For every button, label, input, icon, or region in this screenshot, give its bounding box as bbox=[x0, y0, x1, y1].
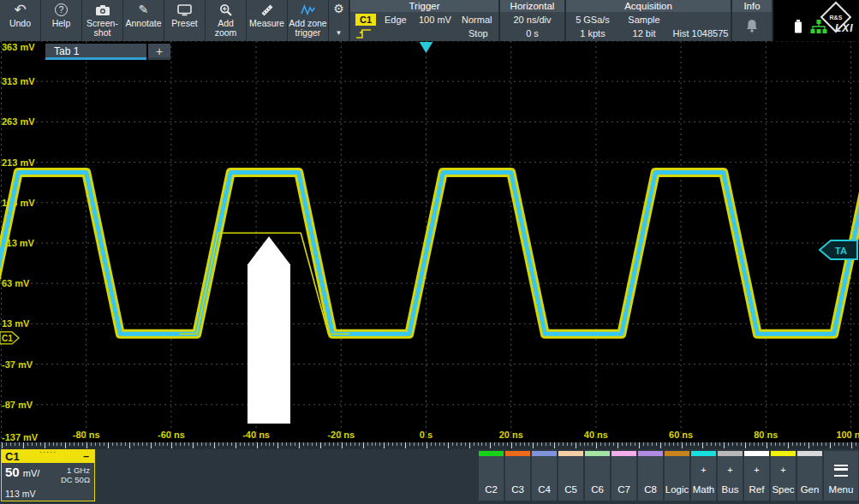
screenshot-label: Screen- shot bbox=[86, 19, 118, 38]
annotate-button[interactable]: ✎Annotate bbox=[123, 0, 164, 41]
button-gen[interactable]: Gen bbox=[797, 451, 822, 501]
record-length: 1 kpts bbox=[566, 28, 619, 39]
math-color-strip bbox=[691, 451, 716, 456]
tab-1[interactable]: Tab 1 bbox=[45, 44, 146, 60]
sample-rate: 5 GSa/s bbox=[566, 15, 619, 25]
button-c7[interactable]: C7 bbox=[611, 451, 636, 501]
acquisition-mode: Sample bbox=[619, 15, 669, 25]
c3-color-strip bbox=[505, 451, 530, 456]
waveform-display[interactable]: 363 mV313 mV263 mV213 mV163 mV113 mV63 m… bbox=[0, 41, 859, 442]
voltage-label: -87 mV bbox=[2, 400, 33, 410]
trigger-level: 100 mV bbox=[419, 15, 451, 25]
time-label: 100 ns bbox=[836, 430, 859, 440]
channel-c1-panel[interactable]: C1 ····· – 50 mV/ 1 GHz DC 50Ω 113 mV bbox=[1, 449, 95, 501]
gen-label: Gen bbox=[797, 484, 822, 495]
annotate-label: Annotate bbox=[125, 19, 161, 28]
ref-color-strip bbox=[744, 451, 769, 456]
oscilloscope-app: ↶Undo?HelpScreen- shot✎AnnotatePresetAdd… bbox=[0, 0, 859, 504]
c5-color-strip bbox=[558, 451, 583, 456]
undo-label: Undo bbox=[9, 19, 31, 28]
channel-c1-minimize-button[interactable]: – bbox=[83, 450, 89, 462]
c7-color-strip bbox=[611, 451, 636, 456]
button-spec[interactable]: +Spec bbox=[771, 451, 796, 501]
help-label: Help bbox=[52, 19, 71, 28]
voltage-label: 213 mV bbox=[2, 157, 35, 168]
time-label: 0 s bbox=[420, 430, 432, 440]
menu-label: Menu bbox=[824, 484, 858, 495]
trigger-position-marker[interactable] bbox=[420, 42, 433, 53]
toolbar-settings-column: ⚙ ▼ bbox=[329, 0, 350, 41]
battery-icon bbox=[794, 20, 802, 37]
channel-c1-name: C1 bbox=[5, 450, 20, 463]
trigger-section[interactable]: Trigger C1 Edge 100 mV Normal Stop bbox=[350, 0, 500, 41]
undo-icon: ↶ bbox=[14, 3, 26, 17]
button-c5[interactable]: C5 bbox=[558, 451, 583, 501]
button-c2[interactable]: C2 bbox=[479, 451, 504, 501]
logic-color-strip bbox=[665, 451, 689, 456]
button-c8[interactable]: C8 bbox=[638, 451, 663, 501]
ruler-icon bbox=[260, 3, 274, 17]
time-label: -40 ns bbox=[242, 430, 270, 440]
voltage-label: 63 mV bbox=[2, 278, 30, 288]
time-label: 40 ns bbox=[584, 430, 608, 440]
time-label: 60 ns bbox=[669, 430, 693, 440]
camera-icon bbox=[95, 3, 110, 17]
horizontal-section[interactable]: Horizontal 20 ns/div 0 s bbox=[500, 0, 566, 41]
c7-label: C7 bbox=[611, 484, 636, 495]
tab-bar: Tab 1 + bbox=[45, 44, 170, 60]
add-spec-icon: + bbox=[771, 465, 796, 475]
voltage-label: -37 mV bbox=[2, 359, 33, 370]
trigger-mode: Normal bbox=[462, 15, 492, 25]
button-ref[interactable]: +Ref bbox=[744, 451, 769, 501]
status-area: LXI R&S bbox=[773, 0, 859, 41]
trigger-action-label: TA bbox=[835, 246, 847, 256]
timeline-ruler bbox=[0, 442, 859, 449]
magnifier-icon bbox=[219, 3, 233, 17]
c6-label: C6 bbox=[585, 484, 610, 495]
add-zone-trigger-button[interactable]: Add zone trigger bbox=[288, 0, 329, 41]
c2-color-strip bbox=[479, 451, 504, 456]
trigger-section-title: Trigger bbox=[350, 0, 498, 12]
button-c6[interactable]: C6 bbox=[585, 451, 610, 501]
info-section[interactable]: Info bbox=[732, 0, 773, 41]
add-ref-icon: + bbox=[744, 465, 769, 475]
measure-button[interactable]: Measure bbox=[247, 0, 288, 41]
gear-icon[interactable]: ⚙ bbox=[333, 3, 344, 15]
button-math[interactable]: +Math bbox=[691, 451, 716, 501]
zone-wave-icon bbox=[301, 3, 316, 17]
bus-label: Bus bbox=[718, 484, 743, 495]
bottom-bar: C1 ····· – 50 mV/ 1 GHz DC 50Ω 113 mV C2… bbox=[0, 449, 859, 504]
button-bus[interactable]: +Bus bbox=[718, 451, 743, 501]
menu-button[interactable]: Menu bbox=[824, 451, 858, 501]
help-icon: ? bbox=[55, 3, 68, 17]
bell-icon[interactable] bbox=[745, 19, 759, 35]
channel-c1-scale: 50 mV/ bbox=[5, 465, 39, 479]
channel-buttons: C2C3C4C5C6C7C8Logic+Math+Bus+Ref+SpecGen… bbox=[479, 451, 858, 501]
add-math-icon: + bbox=[691, 465, 716, 475]
display-icon bbox=[177, 3, 192, 17]
logic-label: Logic bbox=[665, 484, 689, 495]
help-button[interactable]: ?Help bbox=[41, 0, 82, 41]
button-logic[interactable]: Logic bbox=[665, 451, 689, 501]
time-label: -20 ns bbox=[327, 430, 355, 440]
measure-label: Measure bbox=[249, 19, 284, 28]
button-c4[interactable]: C4 bbox=[532, 451, 557, 501]
trigger-type: Edge bbox=[385, 15, 407, 25]
chevron-down-icon[interactable]: ▼ bbox=[336, 29, 343, 37]
resolution: 12 bit bbox=[619, 28, 669, 39]
add-zoom-button[interactable]: Add zoom bbox=[206, 0, 247, 41]
time-label: 80 ns bbox=[754, 430, 778, 440]
acquisition-section-title: Acquisition bbox=[566, 0, 731, 12]
time-label: -80 ns bbox=[73, 430, 100, 440]
c2-label: C2 bbox=[479, 484, 504, 495]
screenshot-button[interactable]: Screen- shot bbox=[82, 0, 123, 41]
acquisition-section[interactable]: Acquisition 5 GSa/s 1 kpts Sample 12 bit… bbox=[566, 0, 732, 41]
button-c3[interactable]: C3 bbox=[505, 451, 530, 501]
add-bus-icon: + bbox=[718, 465, 743, 475]
add-zone-trigger-label: Add zone trigger bbox=[289, 19, 326, 38]
rising-edge-icon bbox=[355, 27, 373, 41]
preset-button[interactable]: Preset bbox=[164, 0, 206, 41]
add-tab-button[interactable]: + bbox=[148, 44, 170, 60]
undo-button[interactable]: ↶Undo bbox=[0, 0, 41, 41]
trigger-source-badge: C1 bbox=[355, 14, 376, 26]
